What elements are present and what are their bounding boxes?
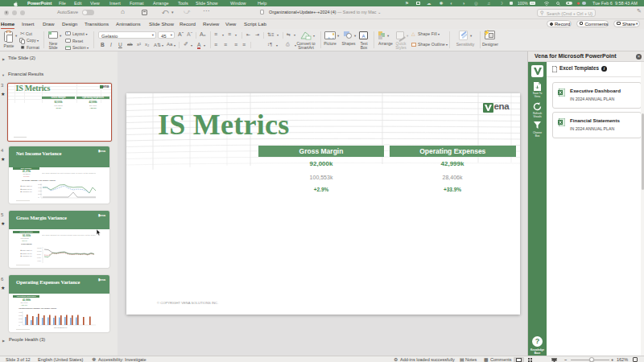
svg-text:4,000k: 4,000k: [37, 261, 41, 262]
svg-text:12,000k: 12,000k: [37, 248, 42, 249]
svg-text:2,000k: 2,000k: [19, 319, 23, 320]
svg-text:2,000k: 2,000k: [38, 194, 42, 195]
svg-text:6,000k: 6,000k: [38, 187, 42, 189]
svg-text:4,000k: 4,000k: [38, 191, 42, 192]
svg-text:0k: 0k: [19, 324, 20, 325]
svg-text:4,000k: 4,000k: [19, 312, 23, 314]
svg-text:1,000k: 1,000k: [19, 322, 23, 323]
svg-text:0k: 0k: [38, 197, 39, 198]
svg-text:3,000k: 3,000k: [19, 315, 23, 317]
svg-text:10,000k: 10,000k: [37, 251, 42, 253]
svg-text:6,000k: 6,000k: [37, 257, 41, 259]
svg-text:8,000k: 8,000k: [38, 184, 42, 186]
svg-text:2024 Bgt ■ 2023 Fct: 2024 Bgt ■ 2023 Fct: [54, 326, 68, 327]
svg-text:8,000k: 8,000k: [37, 254, 41, 256]
